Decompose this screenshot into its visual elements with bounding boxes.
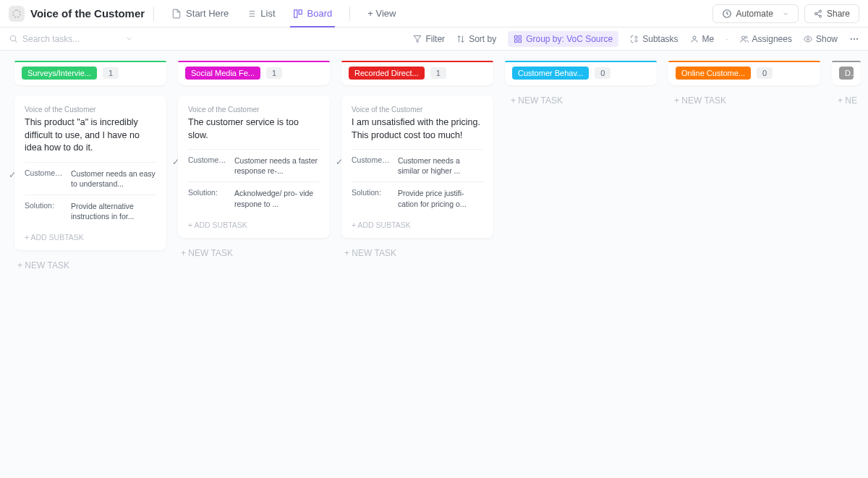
add-subtask-button[interactable]: + ADD SUBTASK	[188, 215, 320, 232]
column-count: 1	[266, 67, 282, 79]
subtask-value: Customer needs an easy to understand...	[71, 168, 156, 189]
groupby-label: Group by: VoC Source	[526, 34, 613, 44]
column-badge: Dir	[839, 67, 854, 80]
subtask-label: Customer ...	[25, 168, 65, 189]
column-header[interactable]: Customer Behav...0	[505, 61, 657, 85]
subtask-row[interactable]: Solution: Provide alternative instructio…	[25, 195, 156, 227]
new-task-button[interactable]: + NE	[832, 85, 861, 106]
svg-point-29	[856, 38, 858, 39]
tab-label: Start Here	[186, 8, 229, 19]
column-badge: Recorded Direct...	[349, 67, 425, 80]
me-button[interactable]: Me	[690, 34, 715, 44]
workspace-logo[interactable]	[9, 6, 25, 22]
board-icon	[293, 9, 303, 19]
check-icon: ✓	[336, 157, 343, 167]
search-icon	[9, 34, 18, 43]
subtask-row[interactable]: ✓ Customer ... Customer needs a similar …	[352, 149, 483, 182]
svg-point-23	[693, 36, 696, 39]
subtasks-button[interactable]: Subtasks	[630, 34, 678, 44]
automate-label: Automate	[736, 9, 773, 19]
assignees-button[interactable]: Assignees	[740, 34, 792, 44]
column-header[interactable]: Surveys/Intervie...1	[14, 61, 166, 85]
sort-icon	[456, 35, 465, 43]
separator: ·	[726, 34, 728, 44]
task-card[interactable]: Voice of the Customer This product "a" i…	[14, 95, 166, 250]
person-icon	[690, 35, 699, 43]
filter-label: Filter	[425, 34, 445, 44]
svg-marker-16	[414, 35, 421, 42]
tab-list[interactable]: List	[237, 0, 284, 27]
svg-rect-19	[515, 40, 518, 43]
task-card[interactable]: Voice of the Customer I am unsatisfied w…	[341, 95, 493, 238]
eye-icon	[804, 35, 812, 43]
svg-line-13	[817, 14, 819, 15]
subtask-label: Solution:	[25, 201, 65, 221]
subtask-label: Solution:	[188, 188, 229, 208]
show-label: Show	[816, 34, 838, 44]
automate-icon	[722, 9, 732, 19]
tab-label: List	[260, 8, 275, 19]
subtask-row[interactable]: ✓ Customer ... Customer needs a faster r…	[188, 149, 320, 182]
column-header[interactable]: Online Custome...0	[668, 61, 820, 85]
automate-button[interactable]: Automate	[712, 4, 799, 23]
chevron-down-icon[interactable]	[125, 35, 133, 43]
column-count: 0	[757, 67, 773, 79]
column-badge: Social Media Fe...	[185, 67, 260, 80]
column-badge: Customer Behav...	[512, 67, 589, 80]
subtask-row[interactable]: ✓ Customer ... Customer needs an easy to…	[25, 162, 156, 195]
subtasks-icon	[630, 35, 639, 43]
tab-board[interactable]: Board	[284, 0, 341, 27]
filter-icon	[413, 35, 422, 43]
show-button[interactable]: Show	[804, 34, 838, 44]
assignees-label: Assignees	[752, 34, 792, 44]
list-icon	[246, 9, 256, 19]
filter-button[interactable]: Filter	[413, 34, 445, 44]
card-title: This product "a" is incredibly difficult…	[25, 116, 156, 155]
subtask-value: Customer needs a similar or higher ...	[398, 155, 483, 176]
svg-point-28	[854, 38, 855, 39]
new-task-button[interactable]: + NEW TASK	[668, 85, 820, 106]
svg-point-22	[635, 40, 637, 42]
column-header[interactable]: Social Media Fe...1	[178, 61, 330, 85]
new-task-button[interactable]: + NEW TASK	[178, 238, 330, 258]
new-task-button[interactable]: + NEW TASK	[341, 238, 493, 258]
tab-start-here[interactable]: Start Here	[163, 0, 237, 27]
page-title: Voice of the Customer	[30, 7, 145, 20]
subtask-label: Customer ...	[352, 155, 392, 176]
tab-add-view[interactable]: + View	[359, 0, 404, 27]
share-icon	[814, 9, 822, 18]
column-header[interactable]: Recorded Direct...1	[341, 61, 493, 85]
new-task-button[interactable]: + NEW TASK	[14, 250, 166, 270]
more-button[interactable]	[849, 34, 859, 44]
column-badge: Online Custome...	[676, 67, 751, 80]
add-subtask-button[interactable]: + ADD SUBTASK	[25, 227, 156, 244]
svg-point-10	[814, 12, 817, 14]
group-icon	[514, 35, 522, 43]
svg-rect-17	[515, 35, 518, 38]
card-project: Voice of the Customer	[25, 106, 156, 114]
add-subtask-button[interactable]: + ADD SUBTASK	[352, 215, 483, 232]
card-title: The customer service is too slow.	[188, 116, 320, 142]
svg-line-12	[817, 12, 819, 13]
groupby-button[interactable]: Group by: VoC Source	[508, 31, 618, 47]
svg-point-27	[851, 38, 852, 39]
search-input[interactable]	[22, 34, 116, 44]
subtask-label: Customer ...	[188, 155, 229, 176]
svg-point-21	[635, 36, 637, 38]
column-header[interactable]: Dir	[832, 61, 861, 85]
task-card[interactable]: Voice of the Customer The customer servi…	[178, 95, 330, 238]
svg-point-24	[741, 36, 744, 39]
subtask-row[interactable]: Solution: Acknolwedge/ pro- vide respone…	[188, 182, 320, 214]
new-task-button[interactable]: + NEW TASK	[505, 85, 657, 106]
svg-rect-18	[519, 35, 522, 38]
me-label: Me	[702, 34, 715, 44]
svg-line-15	[15, 40, 17, 42]
subtask-row[interactable]: Solution: Provide price justifi- cation …	[352, 182, 483, 214]
subtask-value: Provide price justifi- cation for pricin…	[398, 188, 483, 208]
share-button[interactable]: Share	[804, 4, 859, 23]
svg-rect-7	[299, 9, 302, 14]
subtask-label: Solution:	[352, 188, 392, 208]
sortby-button[interactable]: Sort by	[456, 34, 496, 44]
share-label: Share	[827, 9, 850, 19]
tab-label: Board	[307, 8, 333, 19]
